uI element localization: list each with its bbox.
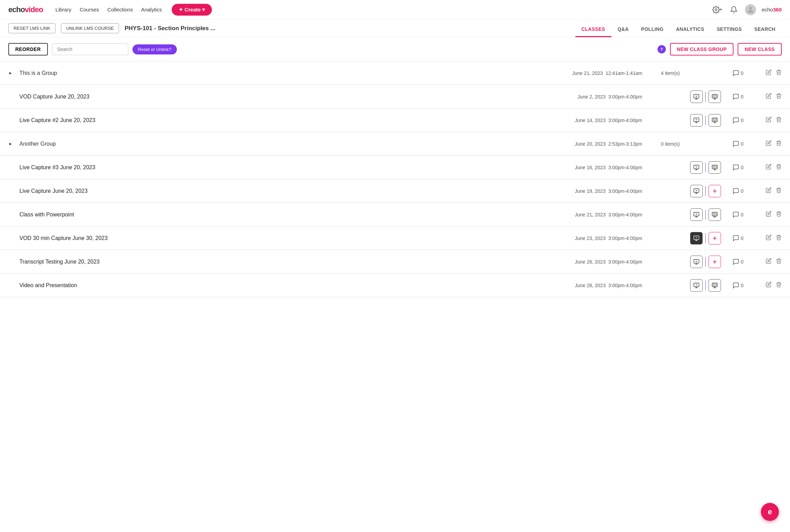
reset-unlink-button[interactable]: Reset or Unlink? [132,44,177,54]
capture-icon[interactable] [690,232,703,244]
capture-icon[interactable] [690,161,703,174]
icon-separator [705,163,706,172]
edit-icon[interactable] [766,187,772,195]
plus-icon[interactable] [709,185,721,197]
edit-icon[interactable] [766,282,772,289]
capture-icon[interactable] [690,256,703,268]
class-icons [690,232,728,244]
search-input[interactable] [52,43,128,55]
screen-icon[interactable] [709,208,721,221]
delete-icon[interactable] [776,187,782,195]
capture-icon[interactable] [690,185,703,197]
row-actions [757,187,782,195]
comment-number: 0 [741,118,744,123]
top-nav: echovideo Library Courses Collections An… [0,0,790,19]
row-actions [757,282,782,289]
comment-count[interactable]: 0 [732,211,753,218]
tab-analytics[interactable]: ANALYTICS [670,22,711,37]
nav-collections[interactable]: Collections [108,7,133,12]
delete-icon[interactable] [776,282,782,289]
class-row: ► VOD Capture June 20, 2023 June 2, 2023… [0,85,790,109]
comment-count[interactable]: 0 [732,164,753,171]
edit-icon[interactable] [766,164,772,171]
nav-analytics[interactable]: Analytics [141,7,162,12]
edit-icon[interactable] [766,258,772,265]
nav-courses[interactable]: Courses [80,7,99,12]
comment-count[interactable]: 0 [732,117,753,124]
settings-icon[interactable]: ▾ [712,4,723,15]
delete-icon[interactable] [776,140,782,147]
capture-icon[interactable] [690,114,703,127]
tab-polling[interactable]: POLLING [635,22,670,37]
group-chevron[interactable]: ► [8,141,15,146]
tab-classes[interactable]: CLASSES [575,22,611,37]
screen-icon[interactable] [709,279,721,292]
comment-number: 0 [741,188,744,194]
edit-icon[interactable] [766,234,772,242]
delete-icon[interactable] [776,164,782,171]
nav-library[interactable]: Library [55,7,71,12]
edit-icon[interactable] [766,117,772,124]
capture-icon[interactable] [690,91,703,103]
class-date: June 14, 2023 3:00pm-4:00pm [571,118,651,123]
class-name: Live Capture #3 June 20, 2023 [19,164,567,171]
comment-count[interactable]: 0 [732,235,753,242]
course-tabs: CLASSES Q&A POLLING ANALYTICS SETTINGS S… [575,19,782,37]
delete-icon[interactable] [776,69,782,77]
screen-icon[interactable] [709,161,721,174]
delete-icon[interactable] [776,93,782,100]
new-class-group-button[interactable]: NEW CLASS GROUP [670,43,734,55]
class-name: Live Capture #2 June 20, 2023 [19,117,567,123]
class-name[interactable]: This is a Group [19,70,567,76]
svg-point-0 [715,9,718,11]
delete-icon[interactable] [776,211,782,218]
comment-number: 0 [741,212,744,217]
class-icons [690,91,728,103]
tab-settings[interactable]: SETTINGS [711,22,748,37]
screen-icon[interactable] [709,91,721,103]
help-icon[interactable]: ? [658,45,666,53]
comment-count[interactable]: 0 [732,140,753,147]
delete-icon[interactable] [776,258,782,265]
edit-icon[interactable] [766,69,772,77]
reorder-button[interactable]: REORDER [8,43,48,55]
class-icons [690,208,728,221]
class-date: June 21, 2023 3:00pm-4:00pm [571,212,651,217]
class-row: ► Transcript Testing June 20, 2023 June … [0,250,790,274]
comment-number: 0 [741,141,744,147]
plus-icon[interactable] [709,232,721,244]
comment-count[interactable]: 0 [732,282,753,289]
notification-icon[interactable] [728,4,739,15]
edit-icon[interactable] [766,93,772,100]
plus-icon[interactable] [709,256,721,268]
class-name: Class with Powerpoint [19,212,567,218]
svg-rect-25 [713,284,716,286]
svg-rect-16 [713,213,716,215]
class-icons [690,185,728,197]
new-class-button[interactable]: NEW CLASS [738,43,782,55]
comment-count[interactable]: 0 [732,93,753,100]
comment-count[interactable]: 0 [732,188,753,195]
svg-rect-24 [712,283,718,287]
unlink-lms-button[interactable]: UNLINK LMS COURSE [61,23,119,33]
tab-search[interactable]: SEARCH [748,22,782,37]
settings-caret: ▾ [720,7,722,12]
reset-lms-button[interactable]: RESET LMS LINK [8,23,55,33]
row-actions [757,164,782,171]
capture-icon[interactable] [690,208,703,221]
screen-icon[interactable] [709,114,721,127]
comment-count[interactable]: 0 [732,258,753,265]
create-button[interactable]: ✦ Create ▾ [172,4,212,16]
class-name[interactable]: Another Group [19,141,567,147]
class-row: ► Class with Powerpoint June 21, 2023 3:… [0,203,790,226]
delete-icon[interactable] [776,234,782,242]
edit-icon[interactable] [766,140,772,147]
avatar[interactable] [745,4,756,15]
tab-qa[interactable]: Q&A [611,22,635,37]
capture-icon[interactable] [690,279,703,292]
class-date: June 28, 2023 3:00pm-4:00pm [571,283,651,288]
delete-icon[interactable] [776,117,782,124]
group-chevron[interactable]: ► [8,70,15,76]
comment-count[interactable]: 0 [732,70,753,77]
edit-icon[interactable] [766,211,772,218]
